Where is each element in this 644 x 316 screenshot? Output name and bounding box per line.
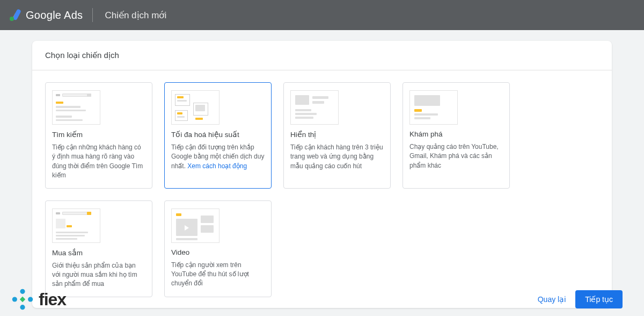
tile-desc: Tiếp cận khách hàng trên 3 triệu trang w… — [290, 143, 384, 171]
tile-title: Khám phá — [409, 130, 503, 138]
section-title: Chọn loại chiến dịch — [32, 41, 612, 70]
tile-title: Tìm kiếm — [52, 130, 145, 139]
svg-point-1 — [20, 289, 25, 294]
fiex-logo-text: fiex — [39, 290, 66, 310]
google-ads-icon — [9, 9, 21, 21]
footer-actions: Quay lại Tiếp tục — [538, 290, 623, 308]
fiex-logo: fiex — [11, 288, 66, 311]
tile-discovery[interactable]: Khám phá Chạy quảng cáo trên YouTube, Gm… — [402, 82, 510, 189]
back-button[interactable]: Quay lại — [538, 295, 566, 304]
discovery-thumbnail-icon — [409, 90, 458, 125]
svg-point-3 — [20, 305, 25, 310]
tile-title: Mua sắm — [52, 248, 145, 257]
tile-desc: Chạy quảng cáo trên YouTube, Gmail, Khám… — [409, 142, 503, 170]
google-ads-logo: Google Ads — [9, 9, 83, 21]
svg-rect-5 — [20, 297, 25, 302]
campaign-type-card: Chọn loại chiến dịch Tìm kiếm Tiếp cận n… — [32, 41, 612, 308]
shopping-thumbnail-icon — [52, 209, 100, 243]
header-divider — [92, 8, 93, 22]
tile-desc: Tiếp cận những khách hàng có ý định mua … — [52, 143, 145, 181]
product-name: Google Ads — [26, 9, 83, 21]
tile-title: Tối đa hoá hiệu suất — [171, 130, 265, 139]
tile-title: Hiển thị — [290, 130, 384, 139]
tile-display[interactable]: Hiển thị Tiếp cận khách hàng trên 3 triệ… — [283, 82, 391, 189]
tile-performance-max[interactable]: Tối đa hoá hiệu suất Tiếp cận đối tượng … — [164, 82, 272, 189]
tile-desc: Tiếp cận đối tượng trên khắp Google bằng… — [171, 143, 265, 171]
svg-point-2 — [12, 297, 17, 301]
search-thumbnail-icon — [52, 90, 100, 125]
video-thumbnail-icon — [171, 209, 219, 243]
tile-link[interactable]: Xem cách hoạt động — [187, 162, 247, 170]
display-thumbnail-icon — [290, 90, 339, 125]
app-header: Google Ads Chiến dịch mới — [0, 0, 644, 30]
svg-point-4 — [28, 297, 33, 301]
main-content: Chọn loại chiến dịch Tìm kiếm Tiếp cận n… — [0, 30, 644, 308]
tile-grid: Tìm kiếm Tiếp cận những khách hàng có ý … — [32, 70, 612, 308]
footer-bar: fiex Quay lại Tiếp tục — [0, 283, 644, 316]
fiex-icon — [11, 288, 34, 311]
tile-search[interactable]: Tìm kiếm Tiếp cận những khách hàng có ý … — [45, 82, 152, 189]
next-button[interactable]: Tiếp tục — [575, 290, 623, 308]
page-title: Chiến dịch mới — [105, 10, 166, 21]
tile-title: Video — [171, 248, 265, 256]
pmax-thumbnail-icon — [171, 90, 219, 125]
svg-point-0 — [10, 17, 14, 21]
